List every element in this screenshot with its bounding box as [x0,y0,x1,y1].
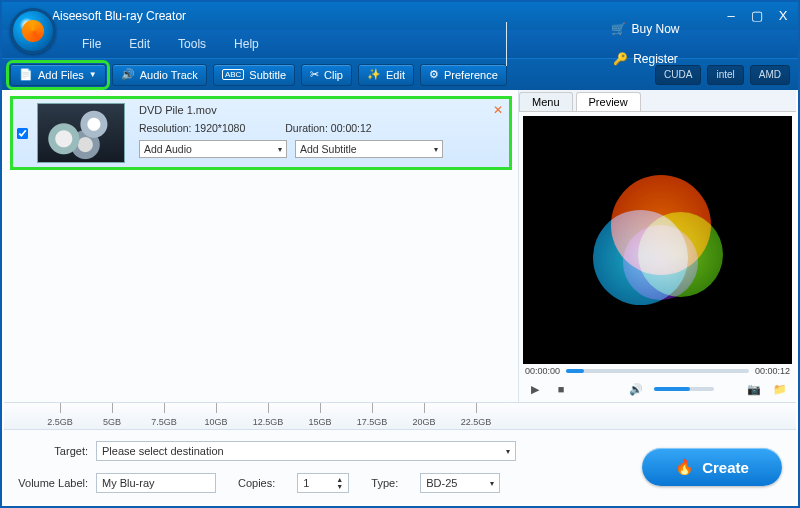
add-files-button[interactable]: 📄 Add Files ▼ [10,64,106,86]
file-checkbox[interactable] [16,127,27,138]
add-audio-combo[interactable]: Add Audio▾ [139,140,287,158]
app-logo [10,8,56,54]
register-button[interactable]: 🔑 Register [613,52,678,66]
add-file-icon: 📄 [19,68,33,81]
target-label: Target: [18,445,88,457]
cart-icon: 🛒 [611,22,626,36]
preference-button[interactable]: ⚙ Preference [420,64,507,86]
subtitle-icon: ABC [222,69,244,80]
time-current: 00:00:00 [525,366,560,376]
key-icon: 🔑 [613,52,628,66]
gpu-intel: intel [707,65,743,85]
snapshot-folder-button[interactable]: 📁 [772,383,788,396]
tab-preview[interactable]: Preview [576,92,641,111]
chevron-down-icon: ▾ [490,479,494,488]
menu-bar: File Edit Tools Help 🛒 Buy Now 🔑 Registe… [2,30,798,58]
buy-now-button[interactable]: 🛒 Buy Now [611,22,679,36]
volume-label-label: Volume Label: [18,477,88,489]
seek-slider[interactable] [566,369,749,373]
audio-icon: 🔊 [121,68,135,81]
chevron-down-icon: ▼ [89,70,97,79]
menu-help[interactable]: Help [234,37,259,51]
chevron-down-icon: ▾ [506,447,510,456]
subtitle-button[interactable]: ABC Subtitle [213,64,295,86]
file-list: DVD Pile 1.mov Resolution: 1920*1080 Dur… [4,90,518,402]
play-button[interactable]: ▶ [527,383,543,396]
chevron-down-icon: ▾ [434,145,438,154]
gpu-badges: CUDA intel AMD [655,65,790,85]
type-label: Type: [371,477,398,489]
burn-icon: 🔥 [675,458,694,476]
chevron-down-icon: ▾ [278,145,282,154]
snapshot-button[interactable]: 📷 [746,383,762,396]
file-name: DVD Pile 1.mov [139,104,501,116]
gpu-amd: AMD [750,65,790,85]
stop-button[interactable]: ■ [553,383,569,395]
edit-button[interactable]: ✨ Edit [358,64,414,86]
preview-panel: Menu Preview 00:00:00 00:00:12 ▶ ■ 🔊 [518,90,796,402]
volume-label-input[interactable]: My Blu-ray [96,473,216,493]
magic-wand-icon: ✨ [367,68,381,81]
menu-edit[interactable]: Edit [129,37,150,51]
create-button[interactable]: 🔥 Create [642,448,782,486]
copies-spinner[interactable]: 1 ▲▼ [297,473,349,493]
tab-menu[interactable]: Menu [519,92,573,111]
target-combo[interactable]: Please select destination▾ [96,441,516,461]
app-title: Aiseesoft Blu-ray Creator [52,9,186,23]
preview-viewport [523,116,792,364]
scissors-icon: ✂ [310,68,319,81]
size-ruler: 2.5GB 5GB 7.5GB 10GB 12.5GB 15GB 17.5GB … [4,402,796,430]
volume-slider[interactable] [654,387,714,391]
remove-file-button[interactable]: ✕ [491,103,505,117]
add-subtitle-combo[interactable]: Add Subtitle▾ [295,140,443,158]
copies-label: Copies: [238,477,275,489]
time-total: 00:00:12 [755,366,790,376]
file-card[interactable]: DVD Pile 1.mov Resolution: 1920*1080 Dur… [10,96,512,170]
gear-icon: ⚙ [429,68,439,81]
gpu-cuda: CUDA [655,65,701,85]
menu-file[interactable]: File [82,37,101,51]
volume-icon[interactable]: 🔊 [628,383,644,396]
spinner-arrows-icon: ▲▼ [336,476,343,490]
clip-button[interactable]: ✂ Clip [301,64,352,86]
audio-track-button[interactable]: 🔊 Audio Track [112,64,207,86]
file-thumbnail [37,103,125,163]
type-combo[interactable]: BD-25▾ [420,473,500,493]
menu-tools[interactable]: Tools [178,37,206,51]
